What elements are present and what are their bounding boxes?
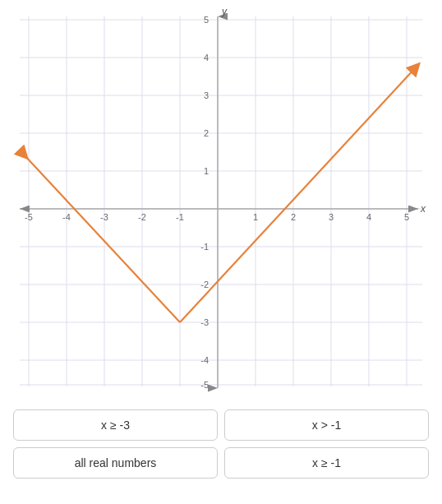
svg-text:x: x bbox=[420, 203, 426, 215]
svg-text:-4: -4 bbox=[200, 355, 209, 365]
svg-text:-2: -2 bbox=[138, 212, 146, 222]
answers-grid: x ≥ -3 x > -1 all real numbers x ≥ -1 bbox=[0, 403, 442, 485]
svg-text:5: 5 bbox=[204, 15, 209, 25]
svg-text:-5: -5 bbox=[200, 380, 209, 390]
svg-text:5: 5 bbox=[404, 212, 409, 222]
answer-button-3[interactable]: all real numbers bbox=[13, 447, 218, 479]
svg-text:1: 1 bbox=[204, 166, 209, 176]
coordinate-graph: -5 -4 -3 -2 -1 1 2 3 4 5 x y 5 4 3 2 1 -… bbox=[12, 8, 430, 395]
svg-text:4: 4 bbox=[366, 212, 371, 222]
svg-text:y: y bbox=[221, 8, 228, 17]
svg-text:2: 2 bbox=[204, 128, 209, 138]
svg-text:1: 1 bbox=[253, 212, 258, 222]
svg-text:-3: -3 bbox=[200, 317, 209, 327]
svg-text:4: 4 bbox=[204, 53, 209, 62]
svg-text:-2: -2 bbox=[200, 280, 209, 289]
svg-text:-4: -4 bbox=[62, 212, 71, 222]
svg-text:-3: -3 bbox=[100, 212, 108, 222]
svg-text:-1: -1 bbox=[200, 242, 209, 252]
graph-container: -5 -4 -3 -2 -1 1 2 3 4 5 x y 5 4 3 2 1 -… bbox=[0, 0, 442, 403]
svg-text:2: 2 bbox=[291, 212, 296, 222]
answer-button-2[interactable]: x > -1 bbox=[224, 409, 429, 441]
svg-text:3: 3 bbox=[204, 90, 209, 100]
graph-left-arm bbox=[24, 155, 180, 322]
answer-button-1[interactable]: x ≥ -3 bbox=[13, 409, 218, 441]
answer-button-4[interactable]: x ≥ -1 bbox=[224, 447, 429, 479]
svg-text:-5: -5 bbox=[25, 212, 33, 222]
svg-text:3: 3 bbox=[329, 212, 334, 222]
svg-text:-1: -1 bbox=[176, 212, 184, 222]
